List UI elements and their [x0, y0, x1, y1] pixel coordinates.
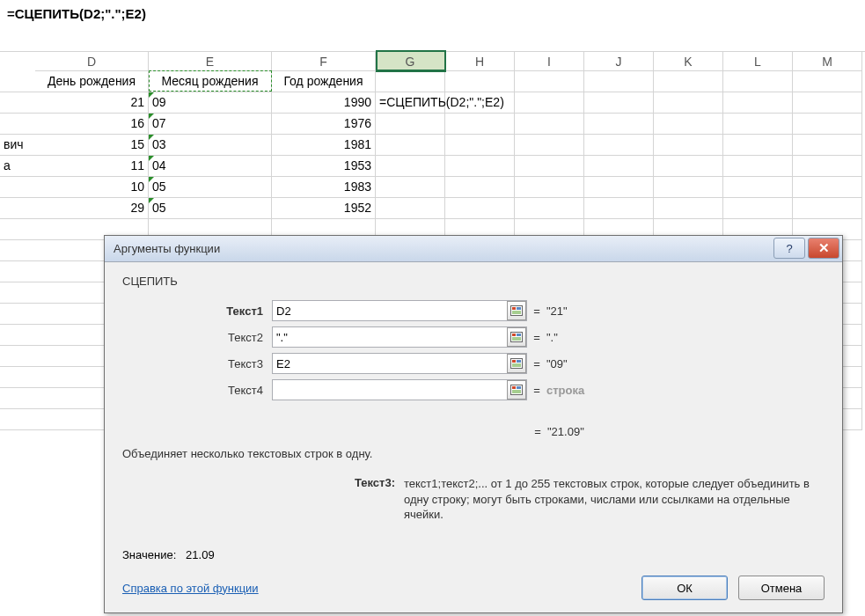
cell-I6[interactable]	[515, 177, 584, 198]
column-header-L[interactable]: L	[723, 52, 793, 71]
cell-H5[interactable]	[445, 156, 515, 177]
arg-input-2[interactable]	[272, 326, 527, 348]
cell-I3[interactable]	[515, 114, 584, 135]
cell-I5[interactable]	[515, 156, 584, 177]
cell-G2[interactable]: =СЦЕПИТЬ(D2;".";E2)	[376, 92, 445, 114]
cell-F6[interactable]: 1983	[272, 177, 376, 198]
cell-F7[interactable]: 1952	[272, 198, 376, 219]
header-cell-M[interactable]	[793, 71, 862, 92]
cell-G7[interactable]	[376, 198, 445, 219]
header-cell-K[interactable]	[654, 71, 723, 92]
dialog-titlebar[interactable]: Аргументы функции ? ✕	[105, 236, 842, 262]
cell-D6[interactable]: 10	[35, 177, 149, 198]
cell-H7[interactable]	[445, 198, 515, 219]
range-select-button-3[interactable]	[507, 354, 526, 373]
cell-E2[interactable]: 09	[149, 92, 272, 114]
header-cell-L[interactable]	[723, 71, 793, 92]
cell-H3[interactable]	[445, 114, 515, 135]
cell-E6[interactable]: 05	[149, 177, 272, 198]
header-cell-D[interactable]: День рождения	[35, 71, 149, 92]
cell-J3[interactable]	[584, 114, 654, 135]
equals-sign: =	[527, 304, 546, 318]
arg-description-text: текст1;текст2;... от 1 до 255 текстовых …	[404, 476, 825, 523]
header-cell-H[interactable]	[445, 71, 515, 92]
cell-M5[interactable]	[793, 156, 862, 177]
cell-M3[interactable]	[793, 114, 862, 135]
help-link[interactable]: Справка по этой функции	[122, 582, 259, 595]
column-header-J[interactable]: J	[584, 52, 654, 71]
ok-button[interactable]: ОК	[641, 576, 728, 600]
cell-H6[interactable]	[445, 177, 515, 198]
cell-F2[interactable]: 1990	[272, 92, 376, 114]
header-cell-F[interactable]: Год рождения	[272, 71, 376, 92]
cell-F4[interactable]: 1981	[272, 135, 376, 156]
column-header-G[interactable]: G	[376, 52, 445, 71]
column-header-F[interactable]: F	[272, 52, 376, 71]
cell-J6[interactable]	[584, 177, 654, 198]
column-header-K[interactable]: K	[654, 52, 723, 71]
range-select-button-4[interactable]	[507, 380, 526, 400]
cell-G3[interactable]	[376, 114, 445, 135]
cell-J7[interactable]	[584, 198, 654, 219]
dialog-help-button[interactable]: ?	[773, 238, 805, 259]
cell-L6[interactable]	[723, 177, 793, 198]
cell-G4[interactable]	[376, 135, 445, 156]
cell-E7[interactable]: 05	[149, 198, 272, 219]
cell-D4[interactable]: 15	[35, 135, 149, 156]
cell-K5[interactable]	[654, 156, 723, 177]
cell-J4[interactable]	[584, 135, 654, 156]
formula-bar-text[interactable]: =СЦЕПИТЬ(D2;".";E2)	[7, 6, 146, 21]
cell-L5[interactable]	[723, 156, 793, 177]
cell-H4[interactable]	[445, 135, 515, 156]
header-cell-E[interactable]: Месяц рождения	[149, 71, 272, 92]
header-cell-J[interactable]	[584, 71, 654, 92]
header-cell-G[interactable]	[376, 71, 445, 92]
cell-L7[interactable]	[723, 198, 793, 219]
cell-J2[interactable]	[584, 92, 654, 114]
cell-F5[interactable]: 1953	[272, 156, 376, 177]
cell-K3[interactable]	[654, 114, 723, 135]
cell-D7[interactable]: 29	[35, 198, 149, 219]
svg-rect-7	[512, 337, 521, 341]
column-header-H[interactable]: H	[445, 52, 515, 71]
cell-E3[interactable]: 07	[149, 114, 272, 135]
cell-G6[interactable]	[376, 177, 445, 198]
cell-L4[interactable]	[723, 135, 793, 156]
cell-M4[interactable]	[793, 135, 862, 156]
cell-M7[interactable]	[793, 198, 862, 219]
header-cell-I[interactable]	[515, 71, 584, 92]
cell-J5[interactable]	[584, 156, 654, 177]
arg-input-3[interactable]	[272, 353, 527, 374]
cell-D2[interactable]: 21	[35, 92, 149, 114]
svg-rect-5	[512, 334, 516, 336]
cell-F3[interactable]: 1976	[272, 114, 376, 135]
column-header-I[interactable]: I	[515, 52, 584, 71]
cell-M2[interactable]	[793, 92, 862, 114]
cell-E4[interactable]: 03	[149, 135, 272, 156]
cancel-button[interactable]: Отмена	[738, 576, 825, 600]
cell-I4[interactable]	[515, 135, 584, 156]
cell-H2[interactable]	[445, 92, 515, 114]
cell-M6[interactable]	[793, 177, 862, 198]
dialog-close-button[interactable]: ✕	[808, 238, 839, 259]
cell-D5[interactable]: 11	[35, 156, 149, 177]
cell-L3[interactable]	[723, 114, 793, 135]
range-select-button-2[interactable]	[507, 327, 526, 347]
arg-input-1[interactable]	[272, 300, 527, 321]
column-header-D[interactable]: D	[35, 52, 149, 71]
cell-K4[interactable]	[654, 135, 723, 156]
arg-input-4[interactable]	[272, 379, 527, 400]
cell-K7[interactable]	[654, 198, 723, 219]
cell-K2[interactable]	[654, 92, 723, 114]
column-header-M[interactable]: M	[793, 52, 862, 71]
column-header-E[interactable]: E	[149, 52, 272, 71]
cell-L2[interactable]	[723, 92, 793, 114]
cell-K6[interactable]	[654, 177, 723, 198]
cell-I2[interactable]	[515, 92, 584, 114]
equals-sign: =	[527, 331, 546, 344]
cell-I7[interactable]	[515, 198, 584, 219]
cell-G5[interactable]	[376, 156, 445, 177]
cell-E5[interactable]: 04	[149, 156, 272, 177]
cell-D3[interactable]: 16	[35, 114, 149, 135]
range-select-button-1[interactable]	[507, 301, 526, 320]
